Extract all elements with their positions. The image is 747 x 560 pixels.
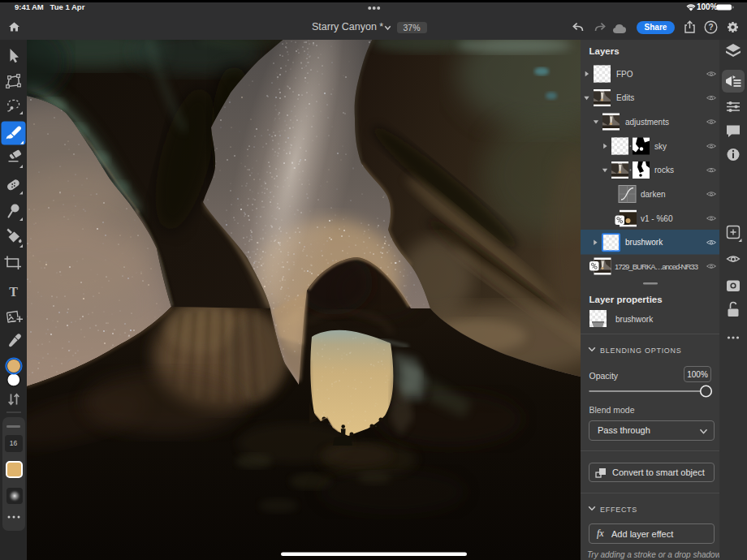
svg-text:Edits: Edits [616,93,634,102]
svg-text:brushwork: brushwork [625,238,663,247]
svg-text:T: T [9,285,18,299]
svg-text:FPO: FPO [616,70,633,79]
svg-text:v1 - %60: v1 - %60 [641,214,673,223]
svg-text:1729_BURKA…anced-NR33: 1729_BURKA…anced-NR33 [615,262,698,271]
svg-text:?: ? [708,23,713,32]
svg-text:adjustments: adjustments [625,118,669,127]
svg-text:darken: darken [641,190,666,199]
svg-text:rocks: rocks [654,166,674,174]
svg-text:sky: sky [654,142,667,151]
